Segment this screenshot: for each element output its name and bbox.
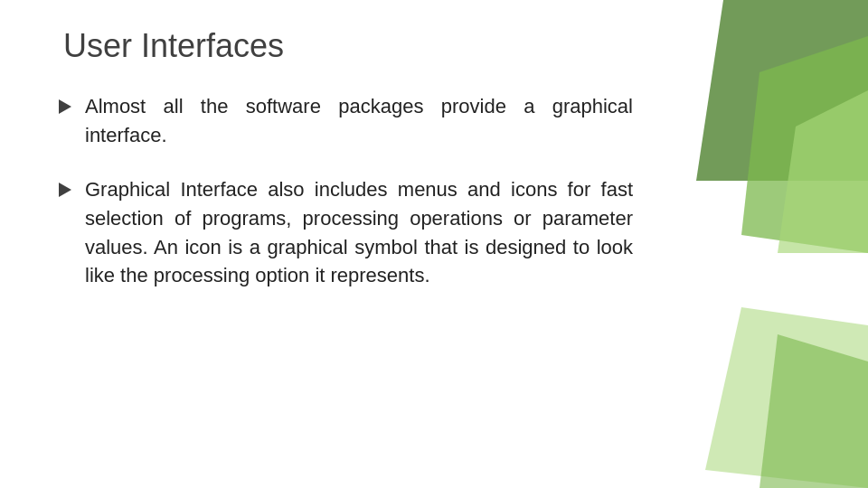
bullet-section-2: Graphical Interface also includes menus … (54, 175, 814, 291)
bullet-arrow-2 (59, 183, 71, 197)
bullet-item-2: Graphical Interface also includes menus … (54, 175, 814, 291)
bullet-arrow-1 (59, 99, 71, 114)
bullet-text-1: Almost all the software packages provide… (85, 92, 814, 150)
bullet-marker-1 (54, 94, 76, 119)
slide: User Interfaces Almost all the software … (0, 0, 868, 488)
svg-marker-4 (760, 334, 868, 488)
content-area: User Interfaces Almost all the software … (0, 0, 868, 343)
slide-title: User Interfaces (63, 27, 814, 65)
bullet-marker-2 (54, 177, 76, 202)
bullet-text-2: Graphical Interface also includes menus … (85, 175, 814, 291)
bullet-section-1: Almost all the software packages provide… (54, 92, 814, 150)
bullet-item-1: Almost all the software packages provide… (54, 92, 814, 150)
